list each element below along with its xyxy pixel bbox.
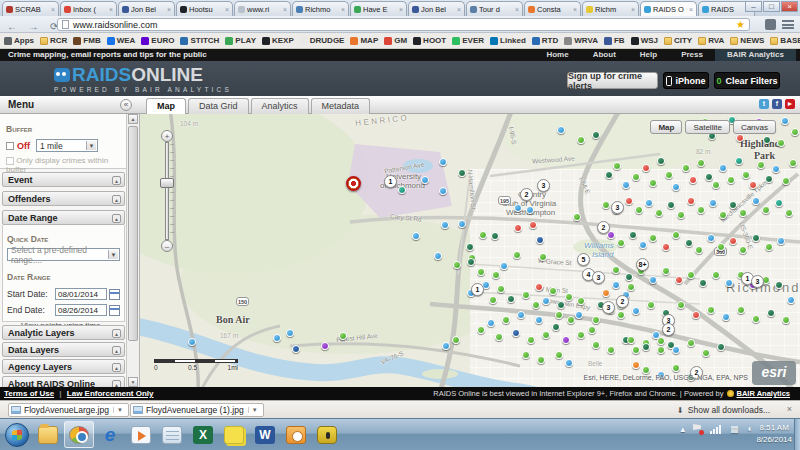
cluster-marker[interactable]: 8+	[636, 258, 649, 271]
section-analytic-layers[interactable]: Analytic Layers▲	[2, 325, 125, 340]
calendar-icon[interactable]	[109, 289, 120, 300]
crime-marker[interactable]	[487, 319, 495, 327]
crime-marker[interactable]	[719, 211, 727, 219]
cluster-marker[interactable]: 2	[520, 188, 533, 201]
crime-marker[interactable]	[565, 293, 573, 301]
crime-marker[interactable]	[617, 239, 625, 247]
crime-marker[interactable]	[675, 276, 683, 284]
tab-close-icon[interactable]: ×	[283, 6, 287, 13]
crime-marker[interactable]	[452, 336, 460, 344]
crime-marker[interactable]	[685, 239, 693, 247]
crime-marker[interactable]	[286, 329, 294, 337]
youtube-icon[interactable]: ►	[785, 99, 795, 109]
crime-marker[interactable]	[537, 356, 545, 364]
tab-close-icon[interactable]: ×	[225, 6, 229, 13]
crime-marker[interactable]	[787, 296, 795, 304]
crime-marker[interactable]	[632, 346, 640, 354]
close-button[interactable]: ×	[781, 1, 798, 12]
crime-marker[interactable]	[479, 231, 487, 239]
nav-link[interactable]: Press	[669, 49, 715, 61]
crime-marker[interactable]	[321, 342, 329, 350]
tab-close-icon[interactable]: ×	[573, 6, 577, 13]
browser-tab[interactable]: Consta×	[524, 1, 581, 16]
crime-marker[interactable]	[592, 341, 600, 349]
crime-marker[interactable]	[441, 221, 449, 229]
crime-marker[interactable]	[647, 301, 655, 309]
crime-marker[interactable]	[736, 134, 744, 142]
crime-marker[interactable]	[632, 173, 640, 181]
basemap-canvas-button[interactable]: Canvas	[733, 120, 776, 134]
tab-close-icon[interactable]: ×	[631, 6, 635, 13]
crime-marker[interactable]	[562, 336, 570, 344]
crime-marker[interactable]	[655, 209, 663, 217]
download-item[interactable]: FloydAvenueLarge.jpg▼	[8, 403, 129, 417]
crime-marker[interactable]	[752, 197, 760, 205]
bookmark-item[interactable]: Linked	[490, 36, 526, 45]
crime-marker[interactable]	[739, 246, 747, 254]
download-item[interactable]: FloydAvenueLarge (1).jpg▼	[130, 403, 264, 417]
browser-tab[interactable]: Have E×	[350, 1, 407, 16]
crime-marker[interactable]	[717, 343, 725, 351]
crime-marker[interactable]	[649, 179, 657, 187]
zoom-slider[interactable]: + –	[160, 130, 175, 252]
crime-marker[interactable]	[705, 173, 713, 181]
cluster-marker[interactable]: 1	[471, 283, 484, 296]
crime-marker[interactable]	[772, 165, 780, 173]
crime-marker[interactable]	[500, 262, 508, 270]
bookmark-item[interactable]: WSJ	[631, 36, 658, 45]
crime-marker[interactable]	[555, 311, 563, 319]
menu-collapse-button[interactable]: «	[120, 99, 132, 111]
crime-marker[interactable]	[492, 271, 500, 279]
zoom-in-button[interactable]: +	[161, 130, 173, 142]
evernote-extension-icon[interactable]	[765, 19, 776, 30]
crime-marker[interactable]	[466, 243, 474, 251]
crime-marker[interactable]	[649, 276, 657, 284]
crime-marker[interactable]	[645, 199, 653, 207]
crime-marker[interactable]	[752, 315, 760, 323]
taskbar-chrome-icon[interactable]	[64, 421, 94, 448]
crime-marker[interactable]	[512, 329, 520, 337]
crime-marker[interactable]	[273, 334, 281, 342]
view-tab-analytics[interactable]: Analytics	[251, 98, 309, 114]
crime-marker[interactable]	[575, 311, 583, 319]
crime-marker[interactable]	[527, 336, 535, 344]
cluster-marker[interactable]: 3	[611, 201, 624, 214]
cluster-marker[interactable]: 2	[597, 221, 610, 234]
crime-marker[interactable]	[552, 323, 560, 331]
crime-marker[interactable]	[573, 213, 581, 221]
crime-marker[interactable]	[712, 181, 720, 189]
cluster-marker[interactable]: 2	[616, 295, 629, 308]
crime-marker[interactable]	[717, 243, 725, 251]
section-agency-layers[interactable]: Agency Layers▲	[2, 359, 125, 374]
bookmark-item[interactable]: MAP	[350, 36, 378, 45]
crime-marker[interactable]	[495, 333, 503, 341]
crime-marker[interactable]	[765, 243, 773, 251]
crime-marker[interactable]	[635, 206, 643, 214]
volume-icon[interactable]: ◖	[747, 424, 752, 434]
crime-marker[interactable]	[785, 209, 793, 217]
bookmark-item[interactable]: EVER	[452, 36, 484, 45]
crime-marker[interactable]	[739, 209, 747, 217]
crime-marker[interactable]	[477, 326, 485, 334]
crime-marker[interactable]	[612, 281, 620, 289]
cluster-marker[interactable]: 1	[384, 175, 397, 188]
browser-tab[interactable]: www.ri×	[234, 1, 291, 16]
crime-marker[interactable]	[625, 273, 633, 281]
crime-marker[interactable]	[709, 199, 717, 207]
crime-marker[interactable]	[188, 338, 196, 346]
cluster-marker[interactable]: 2	[662, 323, 675, 336]
taskbar-explorer-icon[interactable]	[33, 421, 63, 448]
crime-marker[interactable]	[657, 157, 665, 165]
clear-filters-button[interactable]: 0 Clear Filters	[714, 72, 780, 89]
bookmark-item[interactable]: GM	[384, 36, 407, 45]
scroll-up-icon[interactable]: ▲	[128, 114, 138, 124]
crime-marker[interactable]	[777, 139, 785, 147]
download-menu-arrow[interactable]: ▼	[113, 407, 126, 413]
crime-marker[interactable]	[677, 301, 685, 309]
crime-marker[interactable]	[539, 253, 547, 261]
crime-marker[interactable]	[442, 342, 450, 350]
buffer-distance-select[interactable]: 1 mile▼	[36, 139, 98, 152]
bookmark-item[interactable]: KEXP	[262, 36, 294, 45]
tab-close-icon[interactable]: ×	[457, 6, 461, 13]
crime-marker[interactable]	[707, 234, 715, 242]
